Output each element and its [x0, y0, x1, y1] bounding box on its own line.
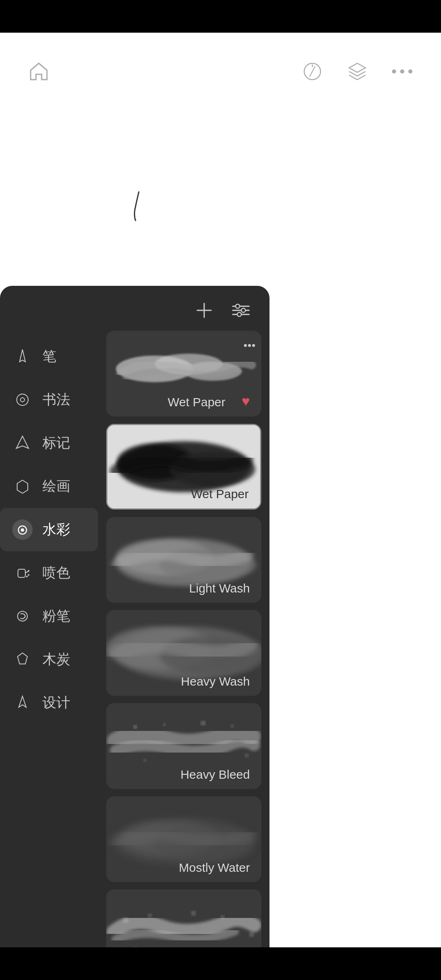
svg-point-13 [241, 308, 245, 312]
svg-point-52 [245, 754, 249, 757]
svg-point-4 [392, 69, 396, 74]
svg-point-17 [20, 398, 24, 402]
svg-point-24 [26, 576, 28, 577]
pen-icon [12, 346, 33, 367]
sidebar-label-painting: 绘画 [42, 477, 70, 496]
sidebar-item-marker[interactable]: 标记 [0, 421, 98, 465]
bottom-nav-bar [0, 947, 441, 980]
svg-point-5 [400, 69, 404, 74]
svg-point-26 [18, 611, 27, 621]
svg-marker-28 [19, 696, 26, 707]
canvas-drawing [114, 188, 163, 229]
sidebar-label-pen: 笔 [42, 347, 56, 366]
svg-point-48 [134, 725, 138, 729]
sidebar-item-chalk[interactable]: 粉笔 [0, 595, 98, 638]
layers-icon[interactable] [343, 57, 372, 86]
svg-point-32 [244, 344, 247, 347]
brush-favorite-button[interactable]: ♥ [242, 393, 250, 409]
sidebar-item-painting[interactable]: 绘画 [0, 465, 98, 508]
sidebar-label-airbrush: 喷色 [42, 564, 70, 582]
design-icon [12, 693, 33, 713]
svg-point-51 [231, 725, 234, 728]
svg-point-33 [248, 344, 251, 347]
panel-content: 笔 书法 标记 [0, 331, 270, 976]
more-icon[interactable] [388, 57, 416, 86]
sidebar-label-design: 设计 [42, 693, 70, 712]
home-icon[interactable] [24, 57, 53, 86]
svg-marker-18 [16, 436, 29, 448]
svg-point-49 [163, 723, 166, 726]
sidebar-label-watercolor: 水彩 [42, 520, 70, 539]
sidebar-item-charcoal[interactable]: 木炭 [0, 638, 98, 681]
svg-point-25 [28, 574, 29, 576]
sidebar-item-watercolor[interactable]: 水彩 [0, 508, 98, 551]
brush-name-light-wash: Light Wash [106, 581, 261, 595]
panel-toolbar [0, 286, 270, 331]
svg-point-60 [148, 914, 152, 918]
add-brush-button[interactable] [192, 298, 216, 323]
svg-point-50 [201, 721, 206, 726]
sidebar-label-marker: 标记 [42, 434, 70, 452]
svg-line-2 [310, 66, 315, 77]
brush-list: Wet Paper ♥ Wet Paper [98, 331, 270, 976]
sidebar-item-design[interactable]: 设计 [0, 681, 98, 724]
sidebar-item-calligraphy[interactable]: 书法 [0, 378, 98, 421]
svg-marker-15 [20, 350, 25, 362]
sidebar-item-pen[interactable]: 笔 [0, 335, 98, 378]
brush-name-heavy-wash: Heavy Wash [106, 675, 261, 688]
brush-more-button[interactable] [243, 336, 256, 352]
painting-icon [12, 476, 33, 497]
adjust-brush-button[interactable] [229, 298, 253, 323]
svg-point-6 [408, 69, 412, 74]
sidebar-label-chalk: 粉笔 [42, 607, 70, 626]
svg-point-59 [122, 918, 128, 923]
charcoal-icon [12, 649, 33, 670]
brush-item-wet-paper-1[interactable]: Wet Paper ♥ [106, 331, 261, 416]
brush-panel: 笔 书法 标记 [0, 286, 270, 980]
svg-marker-3 [349, 63, 365, 72]
svg-point-12 [236, 304, 240, 308]
calligraphy-icon [12, 390, 33, 410]
marker-icon [12, 433, 33, 453]
svg-point-20 [21, 528, 24, 532]
svg-point-34 [252, 344, 255, 347]
watercolor-icon [12, 519, 33, 540]
svg-point-53 [143, 759, 146, 762]
brush-item-mostly-water[interactable]: Mostly Water [106, 796, 261, 882]
svg-point-16 [17, 394, 28, 405]
svg-marker-27 [18, 653, 27, 664]
toolbar [0, 57, 441, 86]
sidebar-label-calligraphy: 书法 [42, 390, 70, 409]
category-sidebar: 笔 书法 标记 [0, 331, 98, 976]
brush-name-wet-paper-2: Wet Paper [107, 487, 260, 501]
sidebar-item-airbrush[interactable]: 喷色 [0, 551, 98, 595]
brush-item-heavy-bleed[interactable]: Heavy Bleed [106, 703, 261, 789]
compass-icon[interactable] [298, 57, 327, 86]
svg-point-63 [249, 932, 254, 937]
svg-point-61 [191, 911, 196, 916]
brush-item-heavy-wash[interactable]: Heavy Wash [106, 610, 261, 696]
svg-point-23 [28, 570, 29, 572]
brush-item-wet-paper-2[interactable]: Wet Paper [106, 424, 261, 510]
chalk-icon [12, 606, 33, 626]
sidebar-label-charcoal: 木炭 [42, 650, 70, 669]
airbrush-icon [12, 563, 33, 583]
svg-point-62 [220, 915, 225, 919]
brush-name-mostly-water: Mostly Water [106, 861, 261, 875]
svg-point-14 [237, 312, 241, 316]
brush-item-light-wash[interactable]: Light Wash [106, 517, 261, 603]
top-status-bar [0, 0, 441, 33]
brush-name-wet-paper-1: Wet Paper [106, 395, 237, 409]
brush-name-heavy-bleed: Heavy Bleed [106, 768, 261, 782]
svg-rect-21 [18, 569, 25, 577]
